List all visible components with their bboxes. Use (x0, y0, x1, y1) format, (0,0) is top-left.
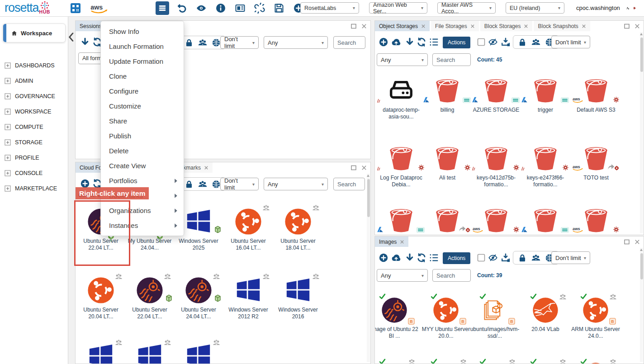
news-button[interactable] (233, 1, 247, 15)
users-icon[interactable] (531, 254, 540, 262)
close-panel-icon[interactable] (634, 239, 640, 245)
storage-item[interactable] (522, 206, 569, 235)
storage-item[interactable]: dataproc-temp-asia-sou... (378, 76, 425, 120)
lock-icon[interactable] (518, 38, 527, 47)
list-view-icon[interactable] (429, 253, 439, 263)
image-item[interactable]: B ARM Ubuntu Server 24.0... (571, 297, 620, 339)
search-input[interactable] (333, 36, 365, 49)
provider-select[interactable]: Amazon Web Ser...▾ (369, 2, 427, 14)
actions-button[interactable]: Actions (443, 37, 470, 48)
search-input[interactable] (432, 269, 471, 282)
formation-item[interactable]: Ubuntu Server 24.04 LT... (174, 276, 223, 320)
menu-item-share[interactable]: Share (101, 113, 184, 128)
sidebar-item-workspace[interactable]: Workspace (3, 24, 66, 43)
download-icon[interactable] (405, 37, 415, 47)
storage-item[interactable]: keys-0412d75b-formatio... (473, 144, 520, 188)
export-icon[interactable] (501, 253, 511, 263)
menu-item-show-info[interactable]: Show Info (101, 24, 184, 39)
formation-item[interactable] (125, 342, 174, 364)
formation-item[interactable]: Ubuntu Server 22.04 LT... (125, 276, 174, 320)
image-item[interactable] (470, 362, 520, 364)
limit-select[interactable]: Don't limit▾ (551, 36, 590, 48)
add-image-icon[interactable] (379, 253, 388, 263)
storage-item[interactable]: AZURE STORAGE (473, 76, 520, 113)
tab-object-storages[interactable]: Object Storages (375, 21, 430, 31)
formation-item[interactable]: Ubuntu Server 18.04 LT... (274, 208, 322, 251)
storage-item[interactable]: aws (573, 206, 620, 235)
eye-button[interactable] (194, 1, 208, 15)
maximize-icon[interactable] (350, 165, 357, 171)
download-sessions-icon[interactable] (80, 37, 90, 47)
tab-close-icon[interactable] (204, 165, 208, 170)
image-item[interactable] (374, 362, 419, 364)
sidebar-item-profile[interactable]: PROFILE (5, 155, 39, 161)
menu-item-create-view[interactable]: Create View (101, 158, 184, 173)
lock-icon[interactable] (518, 254, 527, 262)
sidebar-item-marketplace[interactable]: MARKETPLACE (5, 185, 57, 192)
storage-item[interactable]: Ali test (424, 144, 471, 181)
actions-button[interactable]: Actions (443, 252, 470, 264)
apps-grid-icon[interactable] (71, 3, 80, 13)
workspace-select[interactable]: RosettaLabs▾ (300, 2, 359, 14)
tab-close-icon[interactable] (421, 24, 426, 28)
download-icon[interactable] (405, 253, 415, 263)
expand-plus-icon[interactable] (5, 155, 11, 161)
menu-item-publish[interactable]: Publish (101, 128, 184, 143)
maximize-icon[interactable] (350, 23, 357, 29)
sidebar-item-admin[interactable]: ADMIN (5, 78, 33, 84)
storage-item[interactable]: trigger (522, 76, 569, 113)
refresh-icon[interactable] (417, 253, 426, 263)
formation-item[interactable]: Windows Server 2016 (274, 276, 322, 320)
sidebar-item-console[interactable]: CONSOLE (5, 170, 43, 176)
sidebar-collapse-icon[interactable] (68, 33, 74, 42)
type-select[interactable]: Any▾ (377, 269, 428, 282)
globe-icon[interactable] (212, 38, 221, 47)
expand-plus-icon[interactable] (5, 124, 11, 130)
globe-icon[interactable] (212, 180, 221, 189)
menu-item-launch-formation[interactable]: Launch Formation (101, 39, 184, 54)
info-button[interactable] (214, 1, 227, 15)
scrollbar[interactable] (367, 174, 370, 362)
lock-icon[interactable] (185, 180, 194, 189)
storage-item[interactable]: Log For Dataproc Debia... (378, 144, 425, 188)
image-item[interactable] (421, 362, 471, 364)
sidebar-item-storage[interactable]: STORAGE (5, 139, 43, 146)
image-item[interactable] (571, 362, 620, 364)
search-input[interactable] (333, 178, 365, 190)
user-settings-icon[interactable] (626, 3, 630, 14)
tab-block-snapshots[interactable]: Block Snapshots (534, 21, 590, 31)
sidebar-item-compute[interactable]: COMPUTE (5, 124, 43, 130)
close-panel-icon[interactable] (634, 23, 640, 29)
formation-item[interactable] (174, 342, 223, 364)
scrollbar[interactable] (640, 248, 643, 362)
tab-close-icon[interactable] (582, 24, 586, 28)
users-icon[interactable] (198, 180, 207, 189)
expand-plus-icon[interactable] (5, 78, 11, 84)
scrollbar[interactable] (640, 32, 643, 233)
expand-plus-icon[interactable] (5, 185, 11, 192)
tab-close-icon[interactable] (470, 24, 475, 28)
logout-icon[interactable] (633, 3, 636, 14)
list-view-icon[interactable] (429, 37, 439, 47)
storage-item[interactable]: aws Default AWS S3 (573, 76, 620, 113)
search-input[interactable] (432, 53, 471, 66)
image-item[interactable]: ubuntu (521, 362, 570, 364)
formation-item[interactable] (76, 342, 125, 364)
save-button[interactable] (272, 1, 286, 15)
unlink-button[interactable] (253, 1, 266, 15)
limit-select[interactable]: Don't limit▾ (551, 251, 590, 264)
tab-close-icon[interactable] (400, 240, 404, 244)
hide-icon[interactable] (488, 37, 498, 47)
storage-item[interactable]: aws (473, 206, 520, 235)
type-select[interactable]: Any▾ (264, 178, 328, 190)
upload-icon[interactable] (391, 253, 401, 263)
image-item[interactable]: B ubuntu/images/hvm-ssd/... (470, 297, 520, 339)
sidebar-item-governance[interactable]: GOVERNANCE (5, 93, 55, 99)
sidebar-item-dashboards[interactable]: DASHBOARDS (5, 62, 55, 69)
limit-select[interactable]: Don't limit▾ (220, 178, 259, 190)
formation-item[interactable]: Windows Server 2012 R2 (224, 276, 273, 320)
expand-plus-icon[interactable] (5, 109, 11, 115)
menu-item-configure[interactable]: Configure (101, 84, 184, 99)
image-item[interactable]: B MYY Ubuntu Server 20.0... (421, 297, 471, 339)
select-all-checkbox[interactable] (477, 38, 485, 46)
